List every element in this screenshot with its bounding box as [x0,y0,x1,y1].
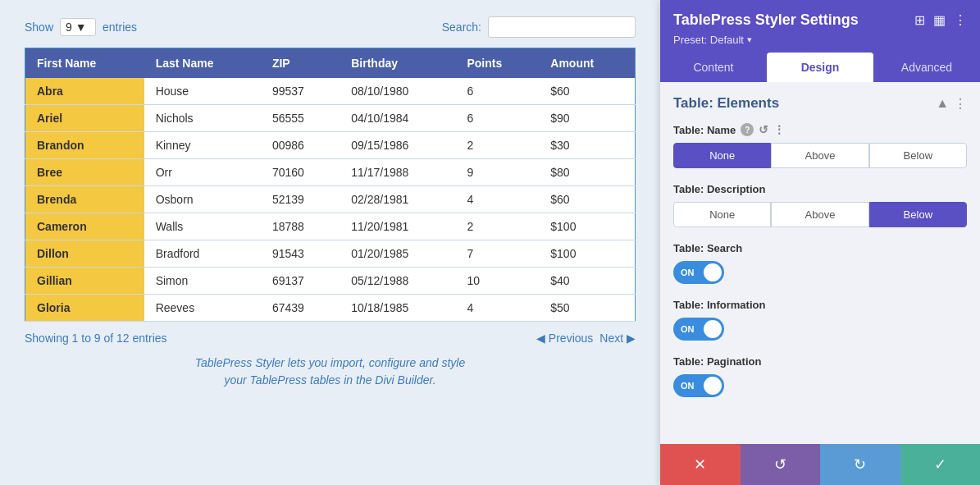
cell-first-name: Brandon [25,132,144,159]
field-label-table-pagination: Table: Pagination [673,355,967,368]
col-last-name: Last Name [144,48,261,79]
search-area: Search: [442,16,636,38]
table-cell: Reeves [144,295,261,322]
search-label: Search: [442,21,481,34]
cell-first-name: Dillon [25,240,144,268]
reset-icon[interactable]: ↺ [759,123,768,136]
help-icon[interactable]: ? [741,123,754,136]
table-cell: 09/15/1986 [340,132,455,159]
table-cell: Simon [144,268,261,295]
table-description-label-text: Table: Description [673,183,765,195]
section-more-icon[interactable]: ⋮ [954,96,967,112]
option-none-name[interactable]: None [673,143,771,168]
preset-chevron-icon[interactable]: ▾ [747,34,752,45]
table-cell: 6 [455,78,539,105]
table-cell: 2 [455,213,539,240]
table-row: AbraHouse9953708/10/19806$60 [25,78,636,105]
table-name-options: None Above Below [673,143,967,168]
field-table-search: Table: Search ON [673,242,967,284]
header-icons: ⊞ ▦ ⋮ [914,12,967,28]
table-cell: 08/10/1980 [340,78,455,105]
option-below-name[interactable]: Below [869,143,967,168]
table-cell: $60 [539,78,635,105]
caption-line2: your TablePress tables in the Divi Build… [25,372,636,389]
table-row: BrandonKinney0098609/15/19862$30 [25,132,636,159]
table-cell: 70160 [261,159,340,186]
toggle-search-label: ON [681,268,695,277]
pagination-links: ◀ Previous Next ▶ [536,332,636,345]
option-below-description[interactable]: Below [869,202,967,227]
table-cell: $90 [539,105,635,132]
table-cell: Osborn [144,186,261,213]
collapse-icon[interactable]: ▲ [936,96,949,111]
table-cell: 00986 [261,132,340,159]
table-cell: 7 [455,240,539,268]
data-table: First Name Last Name ZIP Birthday Points… [25,48,636,322]
field-label-table-description: Table: Description [673,183,967,195]
redo-button[interactable]: ↻ [820,444,900,485]
reset-button[interactable]: ↺ [741,444,821,485]
table-cell: Bradford [144,240,261,268]
panel-header: TablePress Styler Settings ⊞ ▦ ⋮ Preset:… [660,0,980,53]
option-above-description[interactable]: Above [771,202,868,227]
toggle-pagination[interactable]: ON [673,374,724,397]
show-label: Show [25,21,53,34]
field-table-information: Table: Information ON [673,299,967,341]
field-table-description: Table: Description None Above Below [673,183,967,227]
more-options-icon[interactable]: ⋮ [773,123,785,136]
field-label-table-search: Table: Search [673,242,967,254]
option-none-description[interactable]: None [673,202,771,227]
section-controls: ▲ ⋮ [936,96,967,112]
col-first-name: First Name [25,48,144,79]
table-name-label-text: Table: Name [673,124,736,136]
tab-design[interactable]: Design [767,53,873,82]
toggle-information[interactable]: ON [673,318,724,341]
toggle-search-knob [704,263,722,281]
chevron-down-icon: ▼ [75,21,87,34]
resize-icon[interactable]: ⊞ [914,12,925,28]
table-cell: 05/12/1988 [340,268,455,295]
entries-select[interactable]: 9 ▼ [60,18,96,36]
cancel-icon: ✕ [694,455,706,474]
option-above-name[interactable]: Above [771,143,868,168]
right-panel: TablePress Styler Settings ⊞ ▦ ⋮ Preset:… [660,0,980,485]
bottom-bar: ✕ ↺ ↻ ✓ [660,444,980,485]
entries-label: entries [103,21,137,34]
table-cell: 10 [455,268,539,295]
next-button[interactable]: Next ▶ [599,332,636,345]
toggle-search[interactable]: ON [673,261,724,284]
table-cell: 02/28/1981 [340,186,455,213]
cell-first-name: Ariel [25,105,144,132]
columns-icon[interactable]: ▦ [933,12,946,28]
tabs: Content Design Advanced [660,53,980,82]
table-row: GloriaReeves6743910/18/19854$50 [25,295,636,322]
cell-first-name: Gillian [25,268,144,295]
entries-value: 9 [66,21,72,34]
show-entries-container: Show 9 ▼ entries [25,18,137,36]
table-cell: 6 [455,105,539,132]
cancel-button[interactable]: ✕ [660,444,741,485]
prev-button[interactable]: ◀ Previous [536,332,593,345]
table-description-options: None Above Below [673,202,967,227]
toggle-container-information: ON [673,318,967,341]
toggle-container-search: ON [673,261,967,284]
table-cell: Kinney [144,132,261,159]
more-icon[interactable]: ⋮ [954,12,967,28]
tab-content[interactable]: Content [660,53,767,82]
table-cell: 56555 [261,105,340,132]
cell-first-name: Gloria [25,295,144,322]
table-information-label-text: Table: Information [673,299,765,311]
search-input[interactable] [488,16,636,38]
cell-first-name: Abra [25,78,144,105]
cell-first-name: Brenda [25,186,144,213]
tab-advanced[interactable]: Advanced [873,53,980,82]
table-cell: 9 [455,159,539,186]
table-cell: Nichols [144,105,261,132]
caption-line1: TablePress Styler lets you import, confi… [25,355,636,372]
table-pagination-label-text: Table: Pagination [673,355,761,368]
confirm-button[interactable]: ✓ [900,444,981,485]
table-header-row: First Name Last Name ZIP Birthday Points… [25,48,636,79]
table-cell: 18788 [261,213,340,240]
cell-first-name: Bree [25,159,144,186]
table-cell: Orr [144,159,261,186]
